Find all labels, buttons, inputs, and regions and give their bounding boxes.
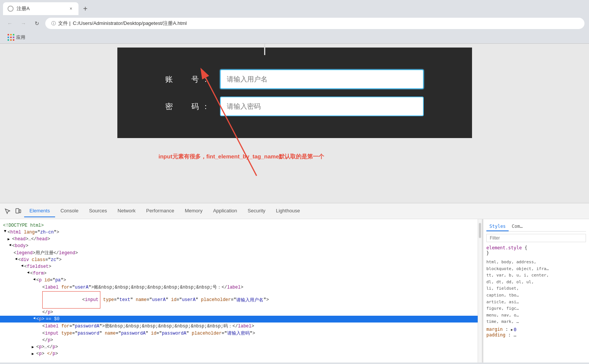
resize-divider	[264, 44, 265, 55]
tab-performance[interactable]: Performance	[141, 205, 179, 217]
html-line-p-selected[interactable]: ▼ <p> == $0	[0, 316, 478, 323]
tab-favicon	[8, 6, 14, 12]
p-c2-expand[interactable]: ▶	[32, 352, 36, 356]
form-expand[interactable]: ▼	[26, 271, 30, 276]
tab-title: 注册A	[17, 5, 65, 12]
body-expand-icon[interactable]: ▼	[8, 244, 12, 248]
username-label: 账 号：	[165, 74, 212, 84]
tab-memory[interactable]: Memory	[180, 205, 208, 217]
html-line-div-zc[interactable]: ▼ <div class="zc" >	[0, 256, 478, 263]
html-line-label-passworda[interactable]: <label for="passwordA" > 密&nbsp;&nbsp;&n…	[0, 323, 478, 330]
bookmark-apps[interactable]: 应用	[5, 32, 28, 43]
content-area: 账 号： 密 码：	[0, 44, 589, 362]
tab-console[interactable]: Console	[55, 205, 84, 217]
username-row: 账 号：	[140, 69, 449, 89]
html-line-doctype[interactable]: <!DOCTYPE html>	[0, 222, 478, 229]
password-label: 密 码：	[165, 101, 212, 112]
html-line-p-collapsed1[interactable]: ▶ <p> … </p>	[0, 344, 478, 350]
svg-rect-2	[16, 209, 19, 213]
refresh-icon: ↻	[35, 20, 39, 26]
devtools-toolbar: Elements Console Sources Network Perform…	[0, 203, 589, 219]
refresh-button[interactable]: ↻	[32, 18, 42, 29]
html-line-html[interactable]: ▶ <html lang="zh-cn" >	[0, 229, 478, 236]
address-url: C:/Users/Administrator/Desktop/pagetest/…	[73, 20, 187, 27]
styles-rule-element: element.style { }	[486, 245, 586, 256]
styles-tab-computed[interactable]: Com…	[509, 222, 526, 231]
tab-sources[interactable]: Sources	[84, 205, 112, 217]
p-c1-expand[interactable]: ▶	[32, 345, 36, 349]
div-zc-expand[interactable]: ▼	[14, 258, 18, 262]
styles-filter-input[interactable]	[486, 234, 586, 242]
tab-security[interactable]: Security	[242, 205, 271, 217]
html-line-p-close[interactable]: </p>	[0, 309, 478, 316]
select-element-button[interactable]	[3, 207, 12, 216]
back-button[interactable]: ←	[5, 18, 15, 29]
cursor-icon	[5, 208, 11, 214]
p-pa-expand[interactable]: ▼	[32, 278, 36, 283]
apps-grid-icon	[8, 34, 15, 41]
tab-elements[interactable]: Elements	[24, 205, 55, 217]
html-line-input-usera[interactable]: <input type="text" name="userA" id="user…	[0, 291, 478, 309]
doctype-text: <!DOCTYPE html>	[3, 223, 44, 228]
tab-close-button[interactable]: ×	[68, 6, 74, 12]
device-icon	[15, 208, 21, 214]
html-line-body[interactable]: ▼ <body>	[0, 243, 478, 249]
forward-icon: →	[21, 20, 26, 26]
html-line-input-passworda[interactable]: <input type="password" name="passwordA" …	[0, 330, 478, 337]
head-expand-icon[interactable]: ▶	[8, 237, 12, 241]
margin-expand-icon[interactable]: ▶	[511, 328, 513, 332]
info-icon: ⓘ	[51, 20, 56, 27]
bookmarks-bar: 应用	[0, 32, 589, 44]
tab-application[interactable]: Application	[208, 205, 243, 217]
styles-selector-text: html, body, address, blockquote, object,…	[486, 259, 586, 325]
elements-html-panel[interactable]: <!DOCTYPE html> ▶ <html lang="zh-cn" > ▶…	[0, 219, 478, 362]
bookmark-label: 应用	[16, 34, 25, 41]
html-line-fieldset[interactable]: ▼ <fieldset>	[0, 263, 478, 270]
devtools-tabs: Elements Console Sources Network Perform…	[24, 205, 586, 217]
back-icon: ←	[7, 20, 12, 26]
address-prefix: 文件 |	[58, 20, 71, 27]
scrollbar-thumb[interactable]	[479, 223, 481, 238]
register-form: 账 号： 密 码：	[117, 48, 472, 138]
page-display: 账 号： 密 码：	[0, 44, 589, 138]
html-line-p-pa[interactable]: ▼ <p id="pa" >	[0, 277, 478, 284]
devtools-body: <!DOCTYPE html> ▶ <html lang="zh-cn" > ▶…	[0, 219, 589, 362]
password-input[interactable]	[220, 97, 424, 116]
tab-network[interactable]: Network	[112, 205, 141, 217]
html-expand-icon[interactable]: ▶	[3, 230, 8, 235]
device-toolbar-button[interactable]	[14, 207, 23, 216]
html-line-label-usera[interactable]: <label for="userA" > 账&nbsp;&nbsp;&nbsp;…	[0, 284, 478, 291]
html-line-form[interactable]: ▼ <form>	[0, 270, 478, 277]
address-bar: ← → ↻ ⓘ 文件 | C:/Users/Administrator/Desk…	[0, 15, 589, 32]
html-line-p-password-close[interactable]: </p>	[0, 337, 478, 344]
browser-window: 注册A × + ← → ↻ ⓘ 文件 | C:/Users/Administra…	[0, 0, 589, 362]
fieldset-expand[interactable]: ▼	[20, 264, 24, 269]
styles-panel: Styles Com… element.style { }	[483, 219, 589, 362]
styles-tabs: Styles Com…	[486, 222, 586, 232]
styles-tab-active[interactable]: Styles	[486, 222, 509, 231]
input-highlight-box: <input	[42, 291, 100, 309]
password-row: 密 码：	[140, 97, 449, 116]
address-input[interactable]: ⓘ 文件 | C:/Users/Administrator/Desktop/pa…	[45, 18, 584, 29]
username-input[interactable]	[220, 69, 424, 89]
html-line-p-collapsed2[interactable]: ▶ <p> </p>	[0, 350, 478, 357]
tab-lighthouse[interactable]: Lighthouse	[271, 205, 305, 217]
elements-scrollbar[interactable]	[478, 219, 482, 362]
svg-rect-3	[19, 210, 21, 213]
new-tab-button[interactable]: +	[80, 3, 91, 14]
tab-bar: 注册A × +	[0, 0, 589, 15]
page-wrapper: 账 号： 密 码：	[0, 44, 589, 203]
forward-button[interactable]: →	[18, 18, 29, 29]
styles-rule-global: html, body, address, blockquote, object,…	[486, 259, 586, 338]
html-line-legend[interactable]: <legend> 用户注册 </legend>	[0, 249, 478, 256]
devtools-panel: Elements Console Sources Network Perform…	[0, 203, 589, 362]
p-selected-expand[interactable]: ▼	[32, 317, 36, 321]
annotation-label: input元素有很多，fint_element_by_tag_name默认取的是…	[158, 153, 324, 160]
html-line-head[interactable]: ▶ <head> … </head>	[0, 236, 478, 243]
active-tab[interactable]: 注册A ×	[3, 2, 78, 15]
